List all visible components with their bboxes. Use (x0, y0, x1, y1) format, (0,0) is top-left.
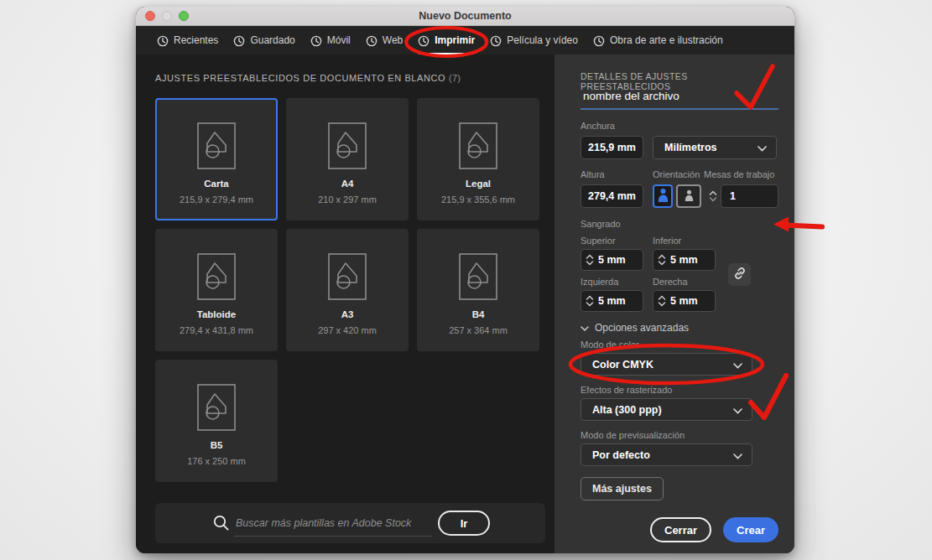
bleed-section-label: Sangrado (581, 219, 778, 230)
bleed-right-value: 5 mm (670, 295, 698, 307)
preview-mode-value: Por defecto (592, 449, 733, 461)
preset-name: A4 (341, 179, 354, 189)
preset-name: A3 (341, 309, 354, 319)
height-value: 279,4 mm (588, 190, 636, 202)
tab-web[interactable]: Web (366, 26, 403, 54)
chain-link-icon (732, 266, 747, 283)
portrait-person-icon (658, 188, 669, 205)
more-settings-button[interactable]: Más ajustes (581, 477, 664, 500)
stepper-arrows-icon[interactable] (653, 254, 670, 266)
tab-guardado[interactable]: Guardado (233, 26, 294, 54)
preset-card-b5[interactable]: B5 176 x 250 mm (155, 360, 278, 482)
advanced-options-toggle[interactable]: Opciones avanzadas (581, 322, 778, 334)
stepper-arrows-icon[interactable] (653, 295, 670, 307)
bleed-left-label: Izquierda (581, 277, 643, 288)
preset-card-b4[interactable]: B4 257 x 364 mm (417, 229, 539, 351)
tab-obra-de-arte-e-ilustracion[interactable]: Obra de arte e ilustración (593, 26, 723, 54)
preset-dimensions: 297 x 420 mm (318, 325, 377, 335)
blank-document-icon (459, 253, 497, 300)
blank-document-icon (197, 122, 236, 169)
blank-document-icon (197, 384, 236, 431)
chevron-down-icon (758, 140, 767, 155)
color-mode-label: Modo de color (581, 340, 778, 350)
preset-card-tabloide[interactable]: Tabloide 279,4 x 431,8 mm (155, 229, 278, 351)
bleed-right-label: Derecha (653, 277, 716, 288)
width-label: Anchura (581, 121, 778, 132)
preset-name: B4 (472, 309, 485, 319)
preview-mode-label: Modo de previsualización (581, 430, 778, 441)
go-button[interactable]: Ir (438, 511, 490, 536)
clock-icon (157, 35, 169, 47)
preset-name: Carta (204, 179, 228, 189)
presets-panel: AJUSTES PREESTABLECIDOS DE DOCUMENTO EN … (136, 54, 555, 553)
landscape-person-icon (685, 189, 694, 204)
presets-grid: Carta 215,9 x 279,4 mm A4 210 x 297 mm L… (155, 98, 555, 482)
preview-mode-dropdown[interactable]: Por defecto (581, 443, 752, 466)
adobe-stock-search-bar: Ir (155, 503, 545, 543)
color-mode-value: Color CMYK (592, 359, 733, 371)
width-value: 215,9 mm (588, 142, 636, 153)
tab-bar: Recientes Guardado Móvil Web (136, 26, 794, 54)
tab-pelicula-y-video[interactable]: Película y vídeo (490, 26, 578, 54)
new-document-dialog: Nuevo Documento Recientes Guardado Móvil (136, 7, 794, 553)
clock-icon (233, 35, 245, 47)
preset-dimensions: 210 x 297 mm (318, 194, 377, 205)
stock-search-input[interactable] (234, 511, 432, 537)
preset-dimensions: 215,9 x 355,6 mm (441, 194, 515, 205)
orientation-portrait-button[interactable] (653, 184, 673, 208)
preset-name: B5 (211, 440, 223, 450)
search-icon (212, 514, 231, 536)
clock-icon (366, 35, 377, 47)
raster-effects-dropdown[interactable]: Alta (300 ppp) (581, 398, 752, 421)
chevron-down-icon (733, 402, 742, 417)
dialog-footer: Cerrar Crear (650, 517, 778, 542)
details-header: DETALLES DE AJUSTES PREESTABLECIDOS (581, 71, 778, 82)
tab-label: Recientes (174, 34, 218, 46)
blank-document-icon (328, 122, 367, 169)
link-dimensions-button[interactable] (728, 263, 751, 286)
stepper-arrows-icon[interactable] (581, 295, 598, 307)
orientation-buttons (653, 184, 701, 208)
blank-document-icon (328, 253, 367, 300)
artboards-input[interactable]: 1 (721, 184, 778, 208)
tab-recientes[interactable]: Recientes (157, 26, 218, 54)
bleed-top-label: Superior (581, 236, 643, 246)
bleed-right-input[interactable]: 5 mm (653, 290, 716, 312)
preset-dimensions: 215,9 x 279,4 mm (180, 194, 253, 205)
artboards-stepper[interactable] (707, 190, 719, 202)
title-bar: Nuevo Documento (136, 7, 794, 26)
bleed-bottom-input[interactable]: 5 mm (653, 249, 716, 271)
close-button[interactable]: Cerrar (650, 517, 711, 542)
filename-field[interactable] (581, 90, 778, 110)
color-mode-dropdown[interactable]: Color CMYK (581, 353, 752, 376)
preset-card-a4[interactable]: A4 210 x 297 mm (286, 98, 409, 220)
blank-document-icon (459, 122, 497, 169)
preset-name: Tabloide (197, 309, 236, 319)
height-label: Altura (581, 169, 605, 180)
tab-movil[interactable]: Móvil (310, 26, 351, 54)
units-dropdown[interactable]: Milímetros (653, 136, 777, 159)
width-input[interactable]: 215,9 mm (581, 136, 643, 159)
bleed-controls: Superior Inferior 5 mm (581, 236, 716, 312)
tab-label: Guardado (250, 34, 294, 46)
create-button[interactable]: Crear (723, 517, 778, 542)
tab-imprimir[interactable]: Imprimir (418, 26, 475, 54)
height-input[interactable]: 279,4 mm (581, 184, 643, 208)
tab-label: Móvil (327, 34, 351, 46)
tab-label: Película y vídeo (507, 34, 578, 46)
raster-effects-label: Efectos de rasterizado (581, 385, 778, 396)
clock-icon (593, 35, 605, 47)
preset-dimensions: 279,4 x 431,8 mm (180, 325, 253, 335)
preset-card-carta[interactable]: Carta 215,9 x 279,4 mm (155, 98, 278, 220)
bleed-left-input[interactable]: 5 mm (581, 290, 643, 312)
preset-name: Legal (466, 179, 491, 189)
chevron-down-icon (733, 357, 742, 372)
bleed-bottom-value: 5 mm (670, 254, 698, 266)
clock-icon (418, 35, 430, 47)
bleed-top-input[interactable]: 5 mm (581, 249, 643, 271)
preset-card-a3[interactable]: A3 297 x 420 mm (286, 229, 409, 351)
stepper-arrows-icon[interactable] (581, 254, 598, 266)
window-title: Nuevo Documento (136, 7, 794, 25)
preset-card-legal[interactable]: Legal 215,9 x 355,6 mm (417, 98, 539, 220)
orientation-landscape-button[interactable] (676, 184, 701, 208)
